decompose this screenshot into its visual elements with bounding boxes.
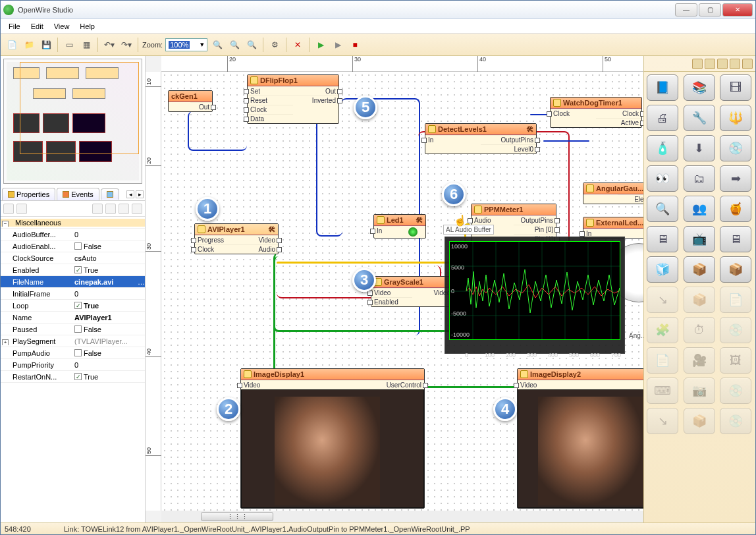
block-imagedisplay1[interactable]: ImageDisplay1 VideoUserControl xyxy=(240,368,425,509)
prop-tool-5[interactable] xyxy=(119,204,129,214)
scope-window[interactable]: 10000 5000 0 -5000 -10000 0 xyxy=(445,237,625,354)
pal-item[interactable]: 🖼 xyxy=(720,347,751,374)
menu-view[interactable]: View xyxy=(49,20,75,32)
zoom-combo[interactable]: 100%▾ xyxy=(165,38,207,51)
property-grid[interactable]: −Miscellaneous AudioBuffer...0 AudioEnab… xyxy=(1,217,145,522)
pal-filter[interactable] xyxy=(692,59,703,69)
pal-item[interactable]: ↘ xyxy=(647,287,678,313)
maximize-button[interactable]: ▢ xyxy=(699,3,721,16)
block-detectlevels[interactable]: DetectLevels1🛠 InOutputPinsLevel0 xyxy=(425,123,537,154)
menu-help[interactable]: Help xyxy=(74,20,100,32)
pal-item[interactable]: 📺 xyxy=(684,226,715,252)
design-canvas[interactable]: ckGen1 Out DFlipFlop1 SetResetClockData … xyxy=(161,72,643,511)
pal-item[interactable]: 💿 xyxy=(720,378,751,404)
tab-events[interactable]: Events xyxy=(57,188,99,200)
stop-button[interactable]: ■ xyxy=(348,38,362,52)
pal-item[interactable]: 💿 xyxy=(720,317,751,343)
pal-item[interactable]: 📚 xyxy=(684,74,715,101)
prop-tool-1[interactable] xyxy=(3,204,14,214)
save-button[interactable]: 💾 xyxy=(39,38,53,52)
pal-item[interactable]: ⏱ xyxy=(684,317,715,343)
pal-item[interactable]: 📄 xyxy=(720,287,751,313)
tab-more[interactable] xyxy=(101,188,119,200)
pal-item[interactable]: ↘ xyxy=(647,408,678,434)
zoom-fit-button[interactable]: 🔍 xyxy=(244,38,259,52)
minimize-button[interactable]: — xyxy=(675,3,697,16)
zoom-out-button[interactable]: 🔍 xyxy=(227,38,242,52)
pal-item[interactable]: 📦 xyxy=(720,256,751,283)
tab-next[interactable]: ▸ xyxy=(136,190,144,198)
pal-item[interactable]: ⬇ xyxy=(684,135,715,161)
tab-prev[interactable]: ◂ xyxy=(126,190,134,198)
h-scrollbar[interactable]: ⋮⋮⋮ xyxy=(161,511,643,522)
pal-item[interactable]: 👀 xyxy=(647,165,678,192)
pal-item[interactable]: 💿 xyxy=(720,135,751,161)
zoom-in-button[interactable]: 🔍 xyxy=(210,38,225,52)
component-palette: 📘 📚 🎞 🖨 🔧 🔱 🧴 ⬇ 💿 👀 🗂 ➡ 🔍 👥 🍯 🖥 📺 🖥 🧊 📦 … xyxy=(643,56,755,522)
prop-filename[interactable]: FileNamecinepak.avi… xyxy=(1,276,145,288)
delete-button[interactable]: ✕ xyxy=(290,38,305,52)
undo-button[interactable]: ↶▾ xyxy=(102,38,117,52)
overview-panel[interactable] xyxy=(3,59,142,184)
prop-tool-3[interactable] xyxy=(92,204,103,214)
pal-item[interactable]: 🧊 xyxy=(647,256,678,283)
pal-item[interactable]: 🖥 xyxy=(720,226,751,252)
block-imagedisplay2[interactable]: ImageDisplay2 Video xyxy=(517,368,643,509)
block-led[interactable]: Led1🛠 In xyxy=(373,214,426,239)
pal-item[interactable]: 🧴 xyxy=(647,135,678,161)
grid-tool[interactable]: ▦ xyxy=(79,38,94,52)
redo-button[interactable]: ↷▾ xyxy=(119,38,134,52)
pal-fold1[interactable] xyxy=(717,59,728,69)
toolbar: 📄 📁 💾 ▭ ▦ ↶▾ ↷▾ Zoom: 100%▾ 🔍 🔍 🔍 ⚙ ✕ ▶ … xyxy=(1,34,755,56)
pal-item[interactable]: 🖥 xyxy=(647,226,678,252)
pal-item[interactable]: 📘 xyxy=(647,74,678,101)
block-externalled[interactable]: ExternalLed... In xyxy=(583,217,643,239)
pal-item[interactable]: 🔍 xyxy=(647,196,678,222)
pal-item[interactable]: ⌨ xyxy=(647,378,678,404)
pal-cat[interactable] xyxy=(705,59,715,69)
pal-item[interactable]: 🔱 xyxy=(720,105,751,131)
prop-group[interactable]: −Miscellaneous xyxy=(1,217,145,229)
menu-edit[interactable]: Edit xyxy=(26,20,49,32)
open-button[interactable]: 📁 xyxy=(22,38,36,52)
prop-tool-2[interactable] xyxy=(16,204,27,214)
tab-properties[interactable]: Properties xyxy=(2,188,55,200)
pal-item[interactable]: 🍯 xyxy=(720,196,751,222)
menu-file[interactable]: File xyxy=(3,20,26,32)
settings-button[interactable]: ⚙ xyxy=(267,38,282,52)
pal-item[interactable]: 📄 xyxy=(647,347,678,374)
select-tool[interactable]: ▭ xyxy=(62,38,76,52)
close-button[interactable]: ✕ xyxy=(722,3,753,16)
pal-item[interactable]: 📦 xyxy=(684,287,715,313)
pal-item[interactable]: 🧩 xyxy=(647,317,678,343)
pal-item[interactable]: 📦 xyxy=(684,256,715,283)
canvas-area: 20 30 40 50 10 20 30 40 50 xyxy=(146,56,643,522)
block-aviplayer[interactable]: AVIPlayer1🛠 ProgressClockVideoAudio xyxy=(194,223,279,254)
prop-tool-4[interactable] xyxy=(105,204,116,214)
h-scroll-thumb[interactable]: ⋮⋮⋮ xyxy=(201,512,273,521)
step-button[interactable]: ▶ xyxy=(331,38,345,52)
pal-item[interactable]: 📷 xyxy=(684,378,715,404)
block-angulargauge[interactable]: AngularGau... Ele... xyxy=(583,183,643,204)
play-button[interactable]: ▶ xyxy=(313,38,328,52)
pal-item[interactable]: 🔧 xyxy=(684,105,715,131)
pal-gear[interactable] xyxy=(742,59,753,69)
block-watchdog[interactable]: WatchDogTimer1 ClockClockActive xyxy=(550,97,642,128)
pal-item[interactable]: 🖨 xyxy=(647,105,678,131)
pal-item[interactable]: 💿 xyxy=(720,408,751,434)
image-icon xyxy=(244,370,252,378)
pal-item[interactable]: 🗂 xyxy=(684,165,715,192)
block-dflipflop[interactable]: DFlipFlop1 SetResetClockData OutInverted xyxy=(247,74,339,124)
prop-tool-6[interactable] xyxy=(132,204,142,214)
pal-fold2[interactable] xyxy=(730,59,740,69)
block-ckgen[interactable]: ckGen1 Out xyxy=(168,90,213,112)
pal-item[interactable]: 📦 xyxy=(684,408,715,434)
pal-item[interactable]: 🎞 xyxy=(720,74,751,101)
block-grayscale[interactable]: GrayScale1 VideoEnabledVideo xyxy=(371,276,454,307)
pal-item[interactable]: 👥 xyxy=(684,196,715,222)
pal-item[interactable]: ➡ xyxy=(720,165,751,192)
pal-item[interactable]: 🎥 xyxy=(684,347,715,374)
image-icon xyxy=(520,370,528,378)
timer-icon xyxy=(553,99,561,107)
new-button[interactable]: 📄 xyxy=(5,38,19,52)
